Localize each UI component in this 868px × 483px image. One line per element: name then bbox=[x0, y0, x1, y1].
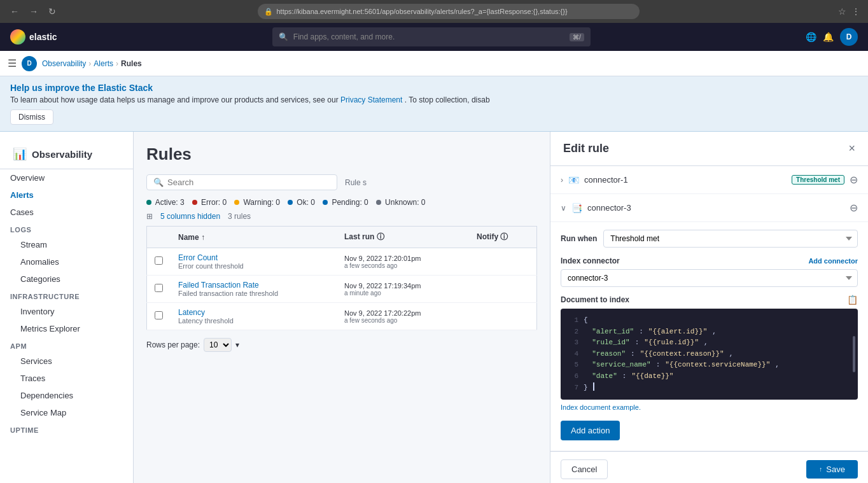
back-button[interactable]: ← bbox=[8, 5, 22, 18]
rows-per-page-label: Rows per page: bbox=[146, 340, 200, 349]
forward-button[interactable]: → bbox=[27, 5, 41, 18]
observability-icon: 📊 bbox=[13, 147, 27, 161]
star-icon[interactable]: ☆ bbox=[838, 6, 846, 17]
sidebar-item-anomalies[interactable]: Anomalies bbox=[0, 253, 133, 270]
rule-sub-1: Error count threshold bbox=[178, 262, 329, 270]
th-checkbox bbox=[147, 227, 171, 248]
search-placeholder: Find apps, content, and more. bbox=[293, 32, 395, 41]
row-checkbox-2[interactable] bbox=[155, 284, 163, 292]
close-panel-button[interactable]: × bbox=[848, 142, 855, 155]
code-line-6: 6 "date": "{{date}}" bbox=[567, 371, 851, 382]
sidebar-item-alerts[interactable]: Alerts bbox=[0, 186, 133, 204]
sidebar-nav: Overview Alerts Cases Logs Stream Anomal… bbox=[0, 169, 133, 437]
connector-3-icon: 📑 bbox=[571, 203, 582, 213]
rule-sub-3: Latency threshold bbox=[178, 317, 329, 325]
connector-3-chevron[interactable]: ∨ bbox=[561, 204, 566, 213]
breadcrumb-observability[interactable]: Observability bbox=[42, 59, 86, 68]
columns-hidden-link[interactable]: 5 columns hidden bbox=[160, 212, 220, 221]
run-when-label: Run when bbox=[561, 234, 597, 243]
add-action-button[interactable]: Add action bbox=[561, 421, 620, 440]
globe-icon[interactable]: 🌐 bbox=[806, 32, 816, 42]
edit-rule-panel: Edit rule × › 📧 connector-1 Threshold me… bbox=[550, 132, 868, 483]
dot-active bbox=[146, 200, 151, 205]
kibana-search[interactable]: 🔍 Find apps, content, and more. ⌘/ bbox=[272, 27, 591, 46]
rule-name-2[interactable]: Failed Transaction Rate bbox=[178, 281, 329, 290]
table-row: Latency Latency threshold Nov 9, 2022 17… bbox=[147, 303, 537, 330]
sidebar-item-service-map[interactable]: Service Map bbox=[0, 404, 133, 421]
elastic-logo-icon bbox=[10, 29, 25, 45]
th-notify[interactable]: Notify ⓘ bbox=[469, 227, 536, 248]
notify-2 bbox=[469, 276, 536, 303]
connector-3-remove[interactable]: ⊖ bbox=[850, 202, 858, 214]
connector-1-badge: Threshold met bbox=[792, 175, 844, 185]
menu-icon[interactable]: ⋮ bbox=[851, 6, 860, 17]
dot-error bbox=[192, 200, 197, 205]
status-active: Active: 3 bbox=[146, 198, 185, 207]
search-box[interactable]: 🔍 bbox=[146, 174, 337, 190]
code-line-4: 4 "reason": "{{context.reason}}", bbox=[567, 349, 851, 360]
connector-select[interactable]: connector-3 connector-1 bbox=[561, 269, 858, 287]
connector-1-remove[interactable]: ⊖ bbox=[850, 174, 858, 186]
sidebar-overview-label: Overview bbox=[10, 173, 45, 183]
rules-panel: Rules 🔍 Rule s Active: 3 Error bbox=[134, 132, 550, 483]
sidebar-item-traces[interactable]: Traces bbox=[0, 370, 133, 387]
rule-name-1[interactable]: Error Count bbox=[178, 253, 329, 262]
table-row: Error Count Error count threshold Nov 9,… bbox=[147, 248, 537, 276]
sidebar-item-overview[interactable]: Overview bbox=[0, 169, 133, 186]
add-connector-link[interactable]: Add connector bbox=[808, 257, 858, 265]
bell-icon[interactable]: 🔔 bbox=[823, 32, 834, 42]
browser-actions: ☆ ⋮ bbox=[838, 6, 860, 17]
connector-3-expanded: Run when Threshold met Threshold not met… bbox=[550, 222, 868, 451]
search-input[interactable] bbox=[167, 178, 330, 187]
connector-1-row: › 📧 connector-1 Threshold met ⊖ bbox=[550, 166, 868, 194]
sidebar-item-metrics-explorer[interactable]: Metrics Explorer bbox=[0, 320, 133, 337]
notify-1 bbox=[469, 248, 536, 276]
sidebar-item-dependencies[interactable]: Dependencies bbox=[0, 387, 133, 404]
scroll-up-icon: ↑ bbox=[819, 466, 822, 473]
row-checkbox-1[interactable] bbox=[155, 256, 163, 265]
save-button[interactable]: ↑ Save bbox=[806, 460, 858, 479]
sidebar-item-cases[interactable]: Cases bbox=[0, 204, 133, 221]
sidebar-section-apm: APM bbox=[0, 337, 133, 353]
dot-pending bbox=[323, 200, 328, 205]
privacy-link[interactable]: Privacy Statement bbox=[340, 95, 402, 104]
connector-1-chevron[interactable]: › bbox=[561, 176, 563, 185]
sidebar-item-services[interactable]: Services bbox=[0, 353, 133, 370]
th-name[interactable]: Name ↑ bbox=[171, 227, 337, 248]
sidebar-item-stream[interactable]: Stream bbox=[0, 236, 133, 253]
run-time-3: Nov 9, 2022 17:20:22pm bbox=[344, 309, 461, 317]
info-title: Help us improve the Elastic Stack bbox=[10, 83, 858, 93]
rows-per-page-select[interactable]: 10 25 50 bbox=[204, 338, 232, 352]
search-icon: 🔍 bbox=[153, 178, 164, 187]
user-avatar[interactable]: D bbox=[22, 56, 37, 71]
index-doc-link[interactable]: Index document example. bbox=[561, 403, 641, 411]
scrollbar[interactable] bbox=[853, 336, 855, 372]
dismiss-button[interactable]: Dismiss bbox=[10, 109, 53, 125]
th-last-run[interactable]: Last run ⓘ bbox=[337, 227, 469, 248]
dot-unknown bbox=[376, 200, 381, 205]
breadcrumb-alerts[interactable]: Alerts bbox=[94, 59, 113, 68]
run-ago-1: a few seconds ago bbox=[344, 262, 461, 269]
url-bar[interactable]: 🔒 https://kibana.evermight.net:5601/app/… bbox=[258, 4, 640, 19]
row-checkbox-3[interactable] bbox=[155, 311, 163, 319]
refresh-button[interactable]: ↻ bbox=[46, 5, 59, 18]
sidebar-item-inventory[interactable]: Inventory bbox=[0, 303, 133, 320]
hamburger-menu[interactable]: ☰ bbox=[8, 57, 17, 69]
elastic-logo[interactable]: elastic bbox=[10, 29, 57, 45]
table-icon: ⊞ bbox=[146, 212, 153, 221]
sidebar-item-categories[interactable]: Categories bbox=[0, 270, 133, 288]
panel-footer: Cancel ↑ Save bbox=[550, 451, 868, 483]
doc-copy-button[interactable]: 📋 bbox=[847, 295, 858, 305]
code-editor[interactable]: 1 { 2 "alert_id": "{{alert.id}}", 3 "rul… bbox=[561, 309, 858, 400]
lock-icon: 🔒 bbox=[264, 8, 273, 16]
cancel-button[interactable]: Cancel bbox=[561, 459, 608, 479]
kibana-topbar: elastic 🔍 Find apps, content, and more. … bbox=[0, 23, 868, 51]
code-line-3: 3 "rule_id": "{{rule.id}}", bbox=[567, 337, 851, 349]
search-icon: 🔍 bbox=[279, 32, 288, 41]
topbar-actions: 🌐 🔔 D bbox=[806, 28, 858, 46]
rule-name-3[interactable]: Latency bbox=[178, 308, 329, 317]
run-when-select[interactable]: Threshold met Threshold not met Recovere… bbox=[603, 230, 858, 248]
code-line-7: 7 } bbox=[567, 382, 851, 394]
connector-3-name: connector-3 bbox=[587, 203, 844, 213]
topbar-avatar[interactable]: D bbox=[840, 28, 858, 46]
